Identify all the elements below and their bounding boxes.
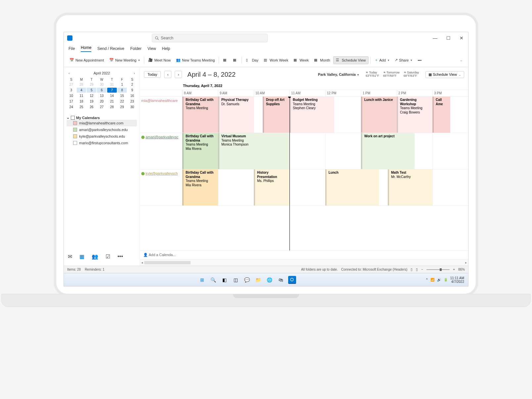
mini-day[interactable]: 13 bbox=[97, 93, 107, 98]
calendar-event[interactable]: Birthday Call with GrandmaTeams MeetingM… bbox=[182, 169, 218, 205]
wifi-icon[interactable]: 📶 bbox=[430, 278, 434, 282]
calendar-event[interactable]: Math TestMr. McCarthy bbox=[388, 169, 432, 205]
day-view-button[interactable]: ▯Day bbox=[244, 57, 261, 64]
mini-day[interactable]: 28 bbox=[107, 105, 117, 110]
mini-day[interactable]: 20 bbox=[97, 99, 107, 104]
mini-day[interactable]: 2 bbox=[127, 82, 137, 87]
week-button[interactable]: ▦Week bbox=[291, 57, 311, 64]
work-week-button[interactable]: ▥Work Week bbox=[261, 57, 290, 64]
mini-day[interactable]: 17 bbox=[66, 99, 76, 104]
taskview-icon[interactable]: ◧ bbox=[221, 276, 229, 284]
mini-day[interactable]: 30 bbox=[97, 82, 107, 87]
mini-next[interactable]: › bbox=[134, 71, 135, 75]
new-meeting-button[interactable]: 📅New Meeting▾ bbox=[107, 57, 142, 64]
mini-day[interactable]: 28 bbox=[77, 82, 86, 87]
mini-calendar[interactable]: SMTWTFS272829303112345678910111213141516… bbox=[66, 78, 137, 110]
mini-day[interactable]: 9 bbox=[127, 88, 137, 93]
view-selector[interactable]: ▦ Schedule View ⌄ bbox=[425, 71, 464, 78]
zoom-out[interactable]: − bbox=[421, 268, 423, 271]
volume-icon[interactable]: 🔊 bbox=[437, 278, 441, 282]
menu-home[interactable]: Home bbox=[81, 45, 91, 52]
mini-day[interactable]: 3 bbox=[66, 88, 76, 93]
mini-day[interactable]: 26 bbox=[87, 105, 96, 110]
mini-day[interactable]: 19 bbox=[87, 99, 96, 104]
calendar-event[interactable]: Physical TherapyDr. Samuels bbox=[218, 97, 254, 133]
mini-day[interactable]: 29 bbox=[87, 82, 96, 87]
mini-day[interactable]: 21 bbox=[107, 99, 117, 104]
mini-day[interactable]: 4 bbox=[77, 88, 86, 93]
meet-now-button[interactable]: 🎥Meet Now bbox=[146, 57, 173, 64]
today-grid-button[interactable]: ▦ bbox=[221, 57, 230, 64]
horizontal-scrollbar[interactable]: ◂▸ bbox=[140, 259, 468, 266]
battery-icon[interactable]: 🔋 bbox=[444, 278, 448, 282]
calendar-item[interactable]: kyle@parkvalleyschools.edu bbox=[66, 133, 137, 140]
row-calendar-label[interactable]: mia@lamnahealthcare bbox=[140, 97, 182, 133]
mini-day[interactable]: 10 bbox=[66, 93, 76, 98]
widgets-icon[interactable]: ◫ bbox=[232, 276, 240, 284]
more-button[interactable]: ••• bbox=[415, 57, 424, 64]
calendar-event[interactable]: Call Ame bbox=[432, 97, 450, 133]
tray-chevron-icon[interactable]: ^ bbox=[426, 278, 428, 282]
month-button[interactable]: ▦Month bbox=[312, 57, 332, 64]
search-input[interactable]: Search bbox=[152, 34, 268, 42]
calendar-event[interactable]: Virtual MuseumTeams MeetingMonica Thomps… bbox=[218, 133, 289, 169]
location-selector[interactable]: Park Valley, California ▾ bbox=[318, 72, 359, 76]
mini-prev[interactable]: ‹ bbox=[68, 71, 70, 75]
tasks-icon[interactable]: ☑ bbox=[106, 253, 110, 260]
mini-day[interactable]: 27 bbox=[97, 105, 107, 110]
calendar-event[interactable]: Gardening WorkshopTeams MeetingCraig Bow… bbox=[397, 97, 432, 133]
calendar-event[interactable]: Work on art project bbox=[361, 133, 415, 169]
mini-day[interactable]: 24 bbox=[66, 105, 76, 110]
more-nav-icon[interactable]: ••• bbox=[117, 253, 123, 260]
row-calendar-label[interactable]: amari@parkvalleysc bbox=[140, 133, 182, 169]
mail-icon[interactable]: ✉ bbox=[68, 253, 72, 260]
next-grid-button[interactable]: ▦ bbox=[231, 57, 240, 64]
mini-day[interactable]: 15 bbox=[117, 93, 127, 98]
mini-day[interactable]: 14 bbox=[107, 93, 117, 98]
calendar-item[interactable]: amari@parkvalleyschools.edu bbox=[66, 126, 137, 133]
taskbar-search[interactable]: 🔍 bbox=[209, 276, 217, 284]
schedule-view-button[interactable]: ☰Schedule View bbox=[333, 56, 369, 64]
layout-icon2[interactable]: ▯ bbox=[416, 268, 418, 271]
mini-day[interactable]: 23 bbox=[127, 99, 137, 104]
menu-sendreceive[interactable]: Send / Receive bbox=[97, 46, 124, 51]
minimize-button[interactable]: — bbox=[432, 35, 438, 41]
chat-icon[interactable]: 💬 bbox=[243, 276, 251, 284]
close-button[interactable]: ✕ bbox=[458, 35, 465, 41]
my-calendars-header[interactable]: ⌄ My Calendars bbox=[66, 115, 137, 120]
calendar-event[interactable]: Lunch bbox=[325, 169, 379, 205]
mini-day[interactable]: 1 bbox=[117, 82, 127, 87]
mini-day[interactable]: 18 bbox=[77, 99, 86, 104]
start-button[interactable]: ⊞ bbox=[198, 276, 206, 284]
store-icon[interactable]: 🛍 bbox=[277, 276, 285, 284]
maximize-button[interactable]: ☐ bbox=[445, 35, 452, 41]
mini-day[interactable]: 12 bbox=[87, 93, 96, 98]
calendar-event[interactable]: Budget MeetingTeams MeetingStephen Clear… bbox=[289, 97, 334, 133]
calendar-event[interactable]: Birthday Call with GrandmaTeams MeetingM… bbox=[182, 133, 218, 169]
layout-icon[interactable]: ▯ bbox=[411, 268, 413, 271]
mini-day[interactable]: 25 bbox=[77, 105, 86, 110]
outlook-taskbar-icon[interactable]: O bbox=[288, 276, 296, 284]
mini-day[interactable]: 7 bbox=[107, 88, 117, 93]
calendar-event[interactable]: Lunch with Janice bbox=[361, 97, 397, 133]
mini-day[interactable]: 30 bbox=[127, 105, 137, 110]
mini-day[interactable]: 6 bbox=[97, 88, 107, 93]
add-calendar-field[interactable]: 👤 Add a Calenda... bbox=[140, 250, 468, 259]
new-teams-meeting-button[interactable]: 👥New Teams Meeting bbox=[174, 57, 217, 64]
edge-icon[interactable]: 🌐 bbox=[266, 276, 274, 284]
explorer-icon[interactable]: 📁 bbox=[254, 276, 262, 284]
mini-day[interactable]: 31 bbox=[107, 82, 117, 87]
new-appointment-button[interactable]: 📅New Appointment bbox=[67, 57, 106, 64]
zoom-in[interactable]: + bbox=[453, 268, 455, 271]
menu-folder[interactable]: Folder bbox=[130, 46, 142, 51]
mini-day[interactable]: 16 bbox=[127, 93, 137, 98]
calendar-event[interactable]: History PresentationMs. Phillips bbox=[254, 169, 289, 205]
calendar-icon[interactable]: ▦ bbox=[79, 253, 84, 260]
add-button[interactable]: ＋Add▾ bbox=[372, 56, 392, 64]
mini-day[interactable]: 29 bbox=[117, 105, 127, 110]
calendar-event[interactable]: Drop off Art Supplies bbox=[263, 97, 289, 133]
calendar-item[interactable]: mario@firstupconsultants.com bbox=[66, 140, 137, 146]
ribbon-collapse[interactable]: ⌄ bbox=[457, 57, 465, 63]
mini-day[interactable]: 22 bbox=[117, 99, 127, 104]
today-button[interactable]: Today bbox=[144, 71, 161, 78]
